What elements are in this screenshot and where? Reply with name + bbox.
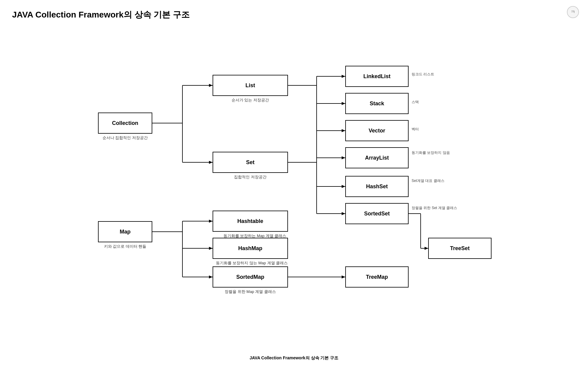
arraylist-node: ArrayList <box>345 147 409 168</box>
svg-marker-37 <box>209 84 213 87</box>
diagram-container: Collection 순서나 집합적인 저장공간 Map 키와 값으로 데이터 … <box>83 33 505 349</box>
svg-marker-40 <box>209 247 213 250</box>
hashmap-sublabel: 동기화를 보장하지 않는 Map 계열 클래스 <box>201 260 303 266</box>
svg-marker-41 <box>209 275 213 278</box>
linkedlist-annotation: 링크드 리스트 <box>412 72 434 77</box>
svg-marker-31 <box>342 102 345 105</box>
collection-sublabel: 순서나 집합적인 저장공간 <box>98 135 152 141</box>
hashtable-node: Hashtable <box>213 211 288 232</box>
vector-node: Vector <box>345 120 409 141</box>
list-sublabel: 순서가 있는 저장공간 <box>213 97 288 103</box>
svg-marker-32 <box>342 129 345 132</box>
svg-marker-30 <box>342 75 345 78</box>
page-title: JAVA Collection Framework의 상속 기본 구조 <box>12 9 576 21</box>
linkedlist-node: LinkedList <box>345 66 409 87</box>
svg-marker-38 <box>209 161 213 164</box>
map-sublabel: 키와 값으로 데이터 핸들 <box>98 244 152 249</box>
caption: JAVA Collection Framework의 상속 기본 구조 <box>12 355 576 361</box>
treeset-node: TreeSet <box>428 238 492 259</box>
hashset-annotation: Set계열 대표 클래스 <box>412 178 444 183</box>
sortedmap-node: SortedMap <box>213 266 288 288</box>
svg-marker-34 <box>342 185 345 188</box>
treemap-node: TreeMap <box>345 266 409 288</box>
svg-marker-39 <box>209 220 213 223</box>
stack-node: Stack <box>345 93 409 114</box>
set-sublabel: 집합적인 저장공간 <box>213 174 288 180</box>
sortedset-annotation: 정렬을 위한 Set 계열 클래스 <box>412 205 457 211</box>
collection-node: Collection <box>98 113 152 134</box>
svg-marker-33 <box>342 156 345 159</box>
stack-annotation: 스택 <box>412 100 419 105</box>
vector-annotation: 벡터 <box>412 127 419 132</box>
sortedset-node: SortedSet <box>345 203 409 224</box>
diagram-lines <box>83 33 505 349</box>
set-node: Set <box>213 152 288 173</box>
close-button[interactable]: ㅋ <box>567 6 579 18</box>
hashmap-node: HashMap <box>213 238 288 259</box>
sortedmap-sublabel: 정렬을 위한 Map 계열 클래스 <box>213 289 288 294</box>
hashset-node: HashSet <box>345 176 409 197</box>
map-node: Map <box>98 221 152 242</box>
svg-marker-36 <box>425 247 428 250</box>
svg-marker-42 <box>342 275 345 278</box>
arraylist-annotation: 동기화를 보장하지 않음 <box>412 150 450 155</box>
svg-marker-35 <box>342 212 345 215</box>
list-node: List <box>213 75 288 96</box>
